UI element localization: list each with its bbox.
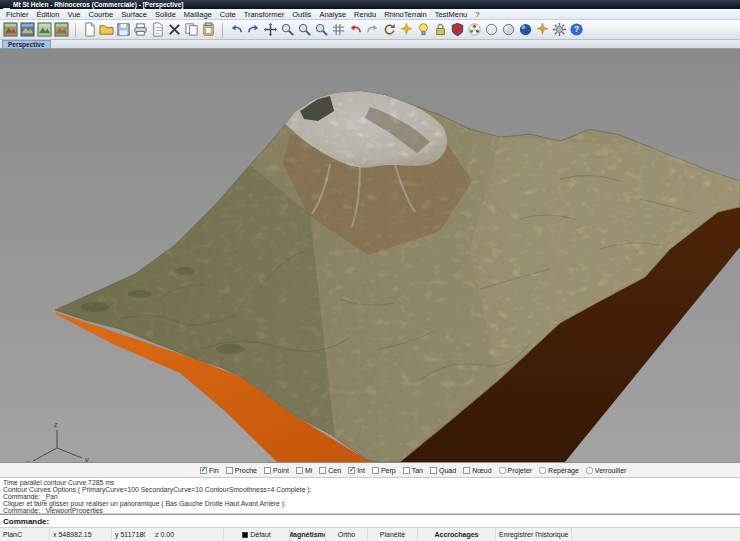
zoom-target-icon[interactable] [398,21,415,38]
osnap-checkbox[interactable] [226,467,233,474]
menu-item[interactable]: Surface [117,9,151,20]
osnap-label: Cen [328,466,341,475]
command-prompt[interactable]: Commande: [0,514,740,527]
menu-item[interactable]: Fichier [2,9,33,20]
open-folder-icon[interactable] [98,21,115,38]
layer-bulb-icon[interactable] [415,21,432,38]
status-cell[interactable]: y 5117180.39 [112,528,146,541]
osnap-toggle[interactable]: Quad [430,466,456,475]
status-label: z 0.00 [155,531,174,538]
pan-icon[interactable] [262,21,279,38]
status-cell[interactable]: Planéité [368,528,418,541]
osnap-toggle[interactable]: Mi [296,466,312,475]
status-cell[interactable]: Accrochages [418,528,496,541]
osnap-label: Fin [209,466,219,475]
menu-bar: FichierÉditionVueCourbeSurfaceSolideMail… [0,9,740,20]
viewport-tab-perspective[interactable]: Perspective [2,40,51,49]
rhinoterrain-map-icon[interactable] [19,21,36,38]
command-prompt-label: Commande: [3,517,49,526]
osnap-checkbox[interactable] [348,467,355,474]
render-sphere-icon[interactable] [517,21,534,38]
menu-item[interactable]: ? [471,9,483,20]
osnap-checkbox[interactable] [403,467,410,474]
osnap-toggle[interactable]: Fin [200,466,219,475]
status-label: Accrochages [435,531,479,538]
menu-item[interactable]: Vue [63,9,84,20]
osnap-checkbox[interactable] [499,467,506,474]
redo-view-icon[interactable] [364,21,381,38]
save-icon[interactable] [115,21,132,38]
status-cell[interactable]: Défaut [224,528,290,541]
toolbar-separator [70,22,81,38]
osnap-toggle[interactable]: Tan [403,466,423,475]
help-icon[interactable]: ? [568,21,585,38]
hide-objects-icon[interactable] [483,21,500,38]
print-icon[interactable] [132,21,149,38]
osnap-checkbox[interactable] [463,467,470,474]
options-gear-icon[interactable] [551,21,568,38]
osnap-toggle[interactable]: Cen [319,466,341,475]
osnap-label: Point [273,466,289,475]
status-cell[interactable]: x 548982.15 [50,528,112,541]
rhinoterrain-forest-icon[interactable] [36,21,53,38]
osnap-checkbox[interactable] [372,467,379,474]
color-wheel-icon[interactable] [466,21,483,38]
status-cell[interactable]: Enregistrer l'historique [496,528,572,541]
rhinoterrain-terrain-icon[interactable] [2,21,19,38]
rhino-window: Mt St Helen - Rhinoceros (Commerciale) -… [0,0,740,541]
zoom-extents-icon[interactable] [313,21,330,38]
menu-item[interactable]: Maillage [180,9,216,20]
osnap-toggle[interactable]: Repérage [539,466,579,475]
menu-item[interactable]: Rendu [350,9,380,20]
paste-icon[interactable] [200,21,217,38]
osnap-checkbox[interactable] [296,467,303,474]
command-history[interactable]: Time parallel contour Curve 7285 msConto… [0,478,740,514]
osnap-label: Int [357,466,365,475]
cut-icon[interactable] [166,21,183,38]
status-cell[interactable]: Ortho [326,528,368,541]
osnap-toggle[interactable]: Nœud [463,466,491,475]
osnap-toggle[interactable]: Perp [372,466,396,475]
osnap-label: Proche [235,466,257,475]
undo-icon[interactable] [228,21,245,38]
osnap-toggle[interactable]: Projeter [499,466,533,475]
lock-icon[interactable] [432,21,449,38]
redo-icon[interactable] [245,21,262,38]
gear-small-icon[interactable] [534,21,551,38]
viewport-3d[interactable]: x y z [0,49,740,462]
menu-item[interactable]: Édition [33,9,64,20]
menu-item[interactable]: Transformer [240,9,289,20]
edit-page-icon[interactable] [149,21,166,38]
osnap-checkbox[interactable] [200,467,207,474]
osnap-toggle[interactable]: Verrouiller [586,466,627,475]
menu-item[interactable]: TestMenu [431,9,472,20]
menu-item[interactable]: RhinoTerrain [380,9,431,20]
zoom-window-icon[interactable] [296,21,313,38]
osnap-toggle[interactable]: Proche [226,466,257,475]
menu-item[interactable]: Cote [216,9,240,20]
status-cell[interactable]: PlanC [0,528,50,541]
display-mode-icon[interactable] [449,21,466,38]
rotate-view-icon[interactable] [381,21,398,38]
status-cell[interactable]: Magnétisme [290,528,326,541]
status-cell[interactable]: z 0.00 [152,528,224,541]
menu-item[interactable]: Courbe [85,9,118,20]
menu-item[interactable]: Outils [288,9,315,20]
menu-item[interactable]: Analyse [315,9,350,20]
rhinoterrain-flower-icon[interactable] [53,21,70,38]
new-file-icon[interactable] [81,21,98,38]
osnap-checkbox[interactable] [319,467,326,474]
osnap-checkbox[interactable] [430,467,437,474]
grid-icon[interactable] [330,21,347,38]
show-objects-icon[interactable] [500,21,517,38]
zoom-in-icon[interactable] [279,21,296,38]
osnap-checkbox[interactable] [264,467,271,474]
rhino-app-icon [3,1,10,8]
osnap-checkbox[interactable] [586,467,593,474]
osnap-checkbox[interactable] [539,467,546,474]
copy-icon[interactable] [183,21,200,38]
osnap-toggle[interactable]: Point [264,466,289,475]
menu-item[interactable]: Solide [151,9,180,20]
osnap-toggle[interactable]: Int [348,466,365,475]
undo-view-icon[interactable] [347,21,364,38]
